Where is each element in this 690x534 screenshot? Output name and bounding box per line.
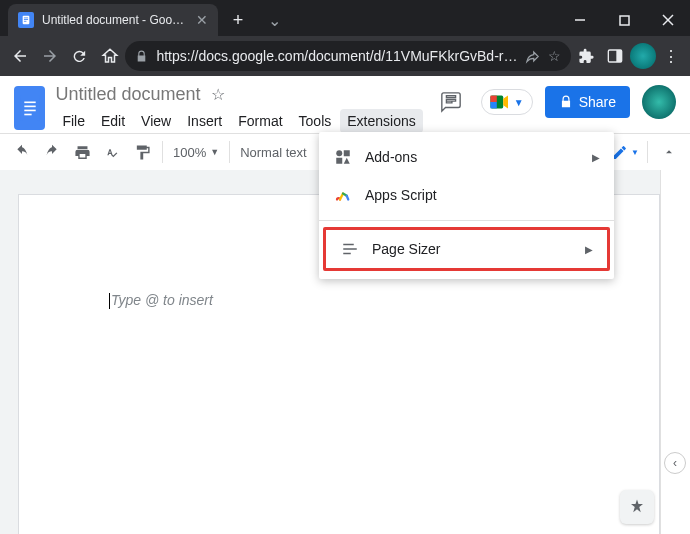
editing-mode-button[interactable]: ▼ bbox=[611, 138, 639, 166]
menu-item-apps-script[interactable]: Apps Script bbox=[319, 176, 614, 214]
browser-titlebar: Untitled document - Google Doc ✕ + ⌄ bbox=[0, 0, 690, 36]
svg-rect-12 bbox=[24, 106, 35, 108]
svg-rect-3 bbox=[24, 21, 27, 22]
side-panel-expand-button[interactable]: ‹ bbox=[664, 452, 686, 474]
profile-badge[interactable] bbox=[630, 41, 656, 71]
menubar: File Edit View Insert Format Tools Exten… bbox=[55, 109, 422, 133]
svg-rect-22 bbox=[343, 244, 354, 246]
meet-button[interactable]: ▼ bbox=[481, 89, 533, 115]
explore-button[interactable] bbox=[620, 490, 654, 524]
side-panel-icon[interactable] bbox=[602, 41, 628, 71]
zoom-select[interactable]: 100% ▼ bbox=[169, 145, 223, 160]
lock-icon bbox=[135, 50, 148, 63]
apps-script-icon bbox=[333, 185, 353, 205]
svg-rect-10 bbox=[20, 95, 40, 121]
svg-rect-18 bbox=[490, 102, 496, 108]
tab-title: Untitled document - Google Doc bbox=[42, 13, 188, 27]
document-title[interactable]: Untitled document bbox=[55, 84, 200, 105]
menu-tools[interactable]: Tools bbox=[292, 109, 339, 133]
svg-rect-21 bbox=[336, 158, 342, 164]
spellcheck-button[interactable] bbox=[98, 138, 126, 166]
window-minimize-button[interactable] bbox=[558, 4, 602, 36]
page-sizer-icon bbox=[340, 239, 360, 259]
share-button[interactable]: Share bbox=[545, 86, 630, 118]
share-url-icon[interactable] bbox=[525, 49, 540, 64]
svg-marker-16 bbox=[503, 96, 508, 109]
zoom-value: 100% bbox=[173, 145, 206, 160]
chrome-menu-icon[interactable]: ⋮ bbox=[658, 41, 684, 71]
svg-rect-11 bbox=[24, 102, 35, 104]
svg-rect-20 bbox=[344, 150, 350, 156]
reload-button[interactable] bbox=[66, 40, 94, 72]
comments-history-icon[interactable] bbox=[433, 84, 469, 120]
menu-view[interactable]: View bbox=[134, 109, 178, 133]
hide-menus-button[interactable] bbox=[656, 139, 682, 165]
meet-chevron-icon: ▼ bbox=[514, 97, 524, 108]
menu-edit[interactable]: Edit bbox=[94, 109, 132, 133]
tab-overflow-icon[interactable]: ⌄ bbox=[252, 4, 296, 36]
svg-rect-23 bbox=[343, 248, 357, 250]
svg-rect-9 bbox=[616, 50, 621, 62]
menu-item-label: Page Sizer bbox=[372, 241, 440, 257]
annotation-highlight: Page Sizer ▶ bbox=[323, 227, 610, 271]
docs-header: Untitled document ☆ File Edit View Inser… bbox=[0, 76, 690, 133]
menu-insert[interactable]: Insert bbox=[180, 109, 229, 133]
addons-icon bbox=[333, 147, 353, 167]
chevron-down-icon: ▼ bbox=[210, 147, 219, 157]
window-maximize-button[interactable] bbox=[602, 4, 646, 36]
extensions-puzzle-icon[interactable] bbox=[573, 41, 599, 71]
menu-extensions[interactable]: Extensions bbox=[340, 109, 422, 133]
browser-address-bar: https://docs.google.com/document/d/11VMu… bbox=[0, 36, 690, 76]
style-value: Normal text bbox=[240, 145, 306, 160]
window-close-button[interactable] bbox=[646, 4, 690, 36]
extensions-menu: Add-ons ▶ Apps Script Page Sizer ▶ bbox=[319, 132, 614, 279]
side-panel bbox=[660, 170, 690, 534]
new-tab-button[interactable]: + bbox=[224, 6, 252, 34]
omnibox[interactable]: https://docs.google.com/document/d/11VMu… bbox=[125, 41, 571, 71]
redo-button[interactable] bbox=[38, 138, 66, 166]
text-cursor bbox=[109, 293, 110, 309]
svg-rect-17 bbox=[490, 96, 496, 102]
docs-favicon bbox=[18, 12, 34, 28]
docs-logo[interactable] bbox=[14, 86, 45, 130]
meet-icon bbox=[490, 94, 510, 110]
account-avatar[interactable] bbox=[642, 85, 676, 119]
svg-rect-2 bbox=[24, 19, 28, 20]
menu-item-label: Add-ons bbox=[365, 149, 417, 165]
home-button[interactable] bbox=[96, 40, 124, 72]
back-button[interactable] bbox=[6, 40, 34, 72]
submenu-arrow-icon: ▶ bbox=[585, 244, 593, 255]
star-icon[interactable]: ☆ bbox=[211, 85, 225, 104]
bookmark-icon[interactable]: ☆ bbox=[548, 48, 561, 64]
browser-tab[interactable]: Untitled document - Google Doc ✕ bbox=[8, 4, 218, 36]
svg-rect-14 bbox=[24, 114, 31, 116]
print-button[interactable] bbox=[68, 138, 96, 166]
menu-file[interactable]: File bbox=[55, 109, 92, 133]
paint-format-button[interactable] bbox=[128, 138, 156, 166]
svg-rect-1 bbox=[24, 18, 28, 19]
menu-separator bbox=[319, 220, 614, 221]
undo-button[interactable] bbox=[8, 138, 36, 166]
svg-rect-24 bbox=[343, 253, 351, 255]
menu-item-page-sizer[interactable]: Page Sizer ▶ bbox=[326, 230, 607, 268]
svg-rect-5 bbox=[620, 16, 629, 25]
share-label: Share bbox=[579, 94, 616, 110]
placeholder-text: Type @ to insert bbox=[111, 292, 213, 308]
chevron-down-icon: ▼ bbox=[631, 148, 639, 157]
url-text: https://docs.google.com/document/d/11VMu… bbox=[156, 48, 517, 64]
menu-item-addons[interactable]: Add-ons ▶ bbox=[319, 138, 614, 176]
lock-icon bbox=[559, 95, 573, 109]
submenu-arrow-icon: ▶ bbox=[592, 152, 600, 163]
menu-format[interactable]: Format bbox=[231, 109, 289, 133]
svg-point-19 bbox=[336, 150, 342, 156]
menu-item-label: Apps Script bbox=[365, 187, 437, 203]
forward-button bbox=[36, 40, 64, 72]
svg-rect-13 bbox=[24, 110, 35, 112]
tab-close-icon[interactable]: ✕ bbox=[196, 12, 208, 28]
